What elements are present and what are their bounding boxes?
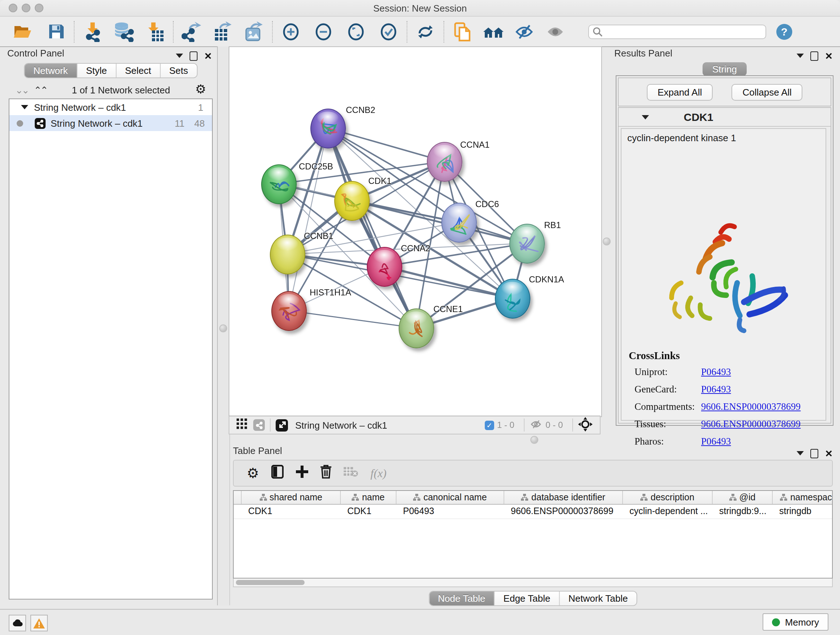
table-cell[interactable]: cyclin-dependent ... [623, 505, 713, 518]
tab-edge-table[interactable]: Edge Table [495, 592, 560, 605]
tab-style[interactable]: Style [77, 64, 117, 78]
table-cell[interactable]: stringdb [773, 505, 833, 518]
function-builder-icon[interactable]: f(x) [370, 467, 386, 480]
table-cell[interactable]: 9606.ENSP00000378699 [504, 505, 623, 518]
export-image-icon[interactable] [242, 20, 266, 43]
open-file-icon[interactable] [10, 20, 35, 43]
gene-section-expander-icon[interactable] [642, 115, 649, 119]
tab-network[interactable]: Network [25, 64, 77, 78]
hide-selected-icon[interactable] [512, 20, 537, 43]
expand-all-button[interactable]: Expand All [647, 84, 713, 100]
crosslink-row: Uniprot:P06493 [629, 366, 801, 378]
results-panel-float-icon[interactable] [810, 51, 818, 60]
column-header--id[interactable]: @id [713, 491, 773, 504]
delete-table-icon[interactable] [344, 466, 358, 480]
pan-crosshair-icon[interactable] [578, 417, 592, 433]
export-table-icon[interactable] [210, 20, 235, 43]
control-panel-menu-icon[interactable] [176, 54, 183, 58]
tab-sets[interactable]: Sets [161, 64, 197, 78]
collapse-all-button[interactable]: Collapse All [732, 84, 803, 100]
column-header-database-identifier[interactable]: database identifier [504, 491, 623, 504]
table-row[interactable]: CDK1CDK1P064939606.ENSP00000378699cyclin… [234, 505, 832, 519]
table-cell[interactable]: stringdb:9... [713, 505, 773, 518]
network-node-cdc6[interactable] [441, 203, 477, 242]
results-panel-menu-icon[interactable] [797, 54, 804, 58]
delete-column-icon[interactable] [321, 465, 332, 481]
control-panel-close-icon[interactable]: ✕ [204, 52, 212, 60]
tab-node-table[interactable]: Node Table [429, 592, 494, 605]
node-table[interactable]: shared namenamecanonical namedatabase id… [233, 490, 833, 578]
network-canvas[interactable]: CCNB2CCNA1CDC25BCDK1CDC6RB1CCNB1CCNA2CDK… [229, 46, 602, 417]
gene-section-header[interactable]: CDK1 [619, 108, 831, 127]
table-cell[interactable]: CDK1 [242, 505, 341, 518]
table-cell[interactable]: P06493 [396, 505, 504, 518]
table-panel-menu-icon[interactable] [797, 451, 804, 455]
tab-network-table[interactable]: Network Table [560, 592, 636, 605]
show-all-icon[interactable] [543, 20, 568, 43]
zoom-selected-icon[interactable] [376, 20, 401, 43]
tab-string[interactable]: String [702, 62, 747, 76]
network-node-cdk1[interactable] [334, 181, 369, 220]
collapse-all-networks-icon[interactable]: ⌄⌄ [15, 84, 28, 95]
hidden-eye-icon[interactable] [530, 419, 543, 431]
column-header-namespace[interactable]: namespace [773, 491, 833, 504]
zoom-in-icon[interactable] [279, 20, 303, 43]
network-node-ccne1[interactable] [398, 308, 434, 348]
network-node-ccnb2[interactable] [310, 108, 346, 148]
scrollbar-thumb[interactable] [236, 580, 305, 585]
collection-expander-icon[interactable] [21, 105, 28, 109]
birds-eye-view-icon[interactable] [276, 419, 288, 431]
results-panel-close-icon[interactable]: ✕ [825, 52, 833, 60]
network-node-rb1[interactable] [509, 223, 545, 263]
refresh-icon[interactable] [413, 20, 438, 43]
import-network-from-database-icon[interactable] [111, 20, 136, 43]
first-neighbors-icon[interactable] [481, 20, 506, 43]
network-row[interactable]: String Network – cdk1 11 48 [9, 115, 212, 131]
crosslink-link[interactable]: 9606.ENSP00000378699 [701, 418, 801, 430]
import-network-icon[interactable] [80, 20, 105, 43]
search-input[interactable] [588, 24, 766, 39]
column-header-shared-name[interactable]: shared name [242, 491, 341, 504]
crosslink-link[interactable]: 9606.ENSP00000378699 [701, 401, 801, 413]
table-cell[interactable]: CDK1 [341, 505, 396, 518]
help-icon[interactable]: ? [776, 24, 792, 40]
network-node-cdc25b[interactable] [261, 164, 296, 204]
show-columns-icon[interactable] [271, 465, 284, 481]
network-node-cdkn1a[interactable] [494, 279, 530, 318]
tab-select[interactable]: Select [116, 64, 160, 78]
expand-all-networks-icon[interactable]: ⌃⌃ [34, 84, 47, 95]
table-horizontal-scrollbar[interactable] [233, 578, 833, 587]
table-panel-close-icon[interactable]: ✕ [825, 449, 833, 457]
table-panel-float-icon[interactable] [810, 448, 818, 458]
automation-cloud-icon[interactable] [9, 615, 26, 631]
zoom-out-icon[interactable] [311, 20, 336, 43]
table-options-gear-icon[interactable]: ⚙ [247, 467, 259, 479]
node-label-ccnb1: CCNB1 [304, 231, 333, 241]
crosslink-link[interactable]: P06493 [701, 384, 731, 395]
network-view-mode-icon[interactable] [253, 419, 265, 431]
selected-checkbox-icon[interactable]: ✓ [485, 420, 494, 430]
grid-mode-icon[interactable] [237, 418, 248, 432]
add-column-icon[interactable] [296, 466, 308, 481]
memory-button[interactable]: Memory [763, 613, 829, 631]
import-table-icon[interactable] [142, 20, 167, 43]
warnings-icon[interactable] [30, 615, 48, 631]
left-splitter-handle[interactable] [219, 325, 227, 333]
network-node-ccna2[interactable] [366, 247, 402, 287]
network-collection-row[interactable]: String Network – cdk1 1 [9, 99, 212, 115]
column-header-name[interactable]: name [341, 491, 396, 504]
save-session-icon[interactable] [43, 20, 68, 43]
column-header-canonical-name[interactable]: canonical name [396, 491, 504, 504]
column-header-description[interactable]: description [623, 491, 713, 504]
network-node-hist1h1a[interactable] [271, 291, 306, 331]
network-node-ccnb1[interactable] [270, 234, 305, 274]
control-panel-float-icon[interactable] [189, 51, 197, 60]
network-options-gear-icon[interactable]: ⚙ [195, 84, 207, 96]
network-node-ccna1[interactable] [426, 141, 462, 181]
bottom-splitter-handle[interactable] [531, 436, 538, 444]
crosslink-link[interactable]: P06493 [701, 366, 731, 378]
fit-content-icon[interactable] [344, 20, 368, 43]
export-network-icon[interactable] [180, 20, 204, 43]
snapshot-icon[interactable] [450, 20, 475, 43]
right-splitter-handle[interactable] [603, 238, 611, 245]
